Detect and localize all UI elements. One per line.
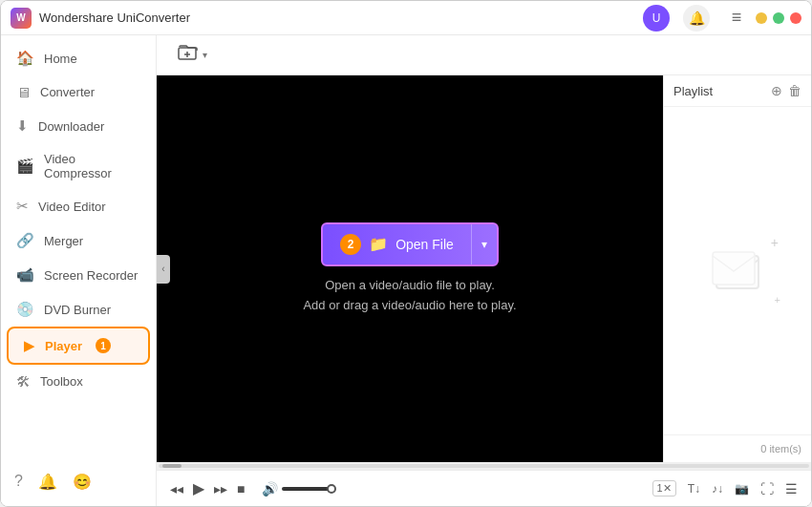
video-hint-line2: Add or drag a video/audio here to play.: [303, 296, 516, 316]
sidebar-item-label: Video Compressor: [44, 152, 140, 180]
sidebar-item-merger[interactable]: 🔗 Merger: [1, 223, 156, 258]
sidebar-item-label: Converter: [40, 85, 95, 99]
app-window: W Wondershare UniConverter U 🔔 ≡ 🏠 Home: [0, 0, 812, 507]
collapse-panel-arrow[interactable]: ‹: [157, 255, 170, 284]
volume-slider[interactable]: [282, 487, 334, 491]
sidebar-item-player[interactable]: ▶ Player 1: [7, 327, 150, 365]
stop-button[interactable]: ■: [237, 481, 245, 496]
screenshot-button[interactable]: 📷: [735, 482, 749, 496]
toolbox-icon: 🛠: [16, 373, 31, 390]
notification-footer-icon[interactable]: 🔔: [38, 473, 57, 491]
app-title: Wondershare UniConverter: [39, 11, 643, 25]
downloader-icon: ⬇: [16, 117, 29, 135]
menu-icon[interactable]: ≡: [723, 5, 750, 32]
next-button[interactable]: ▸▸: [214, 481, 227, 496]
playlist-content: + +: [664, 107, 811, 434]
sidebar-item-label: Downloader: [38, 119, 104, 134]
playlist-toggle-button[interactable]: ☰: [785, 481, 798, 496]
open-file-folder-icon: 📁: [369, 235, 388, 253]
fullscreen-button[interactable]: ⛶: [760, 481, 774, 496]
sidebar-item-label: DVD Burner: [44, 303, 111, 317]
sidebar-item-converter[interactable]: 🖥 Converter: [1, 75, 156, 109]
playlist-item-count: 0 item(s): [664, 434, 811, 462]
main-layout: 🏠 Home 🖥 Converter ⬇ Downloader 🎬 Video …: [1, 35, 811, 506]
playlist-header: Playlist ⊕ 🗑: [664, 75, 811, 107]
dvd-burner-icon: 💿: [16, 301, 34, 318]
sidebar-item-screen-recorder[interactable]: 📹 Screen Recorder: [1, 258, 156, 292]
minimize-button[interactable]: [756, 12, 767, 24]
toolbar: ▾: [157, 35, 811, 75]
video-compressor-icon: 🎬: [16, 158, 34, 175]
maximize-button[interactable]: [773, 12, 784, 24]
video-hint: Open a video/audio file to play. Add or …: [303, 276, 516, 316]
sidebar-item-dvd-burner[interactable]: 💿 DVD Burner: [1, 292, 156, 327]
volume-thumb: [327, 484, 336, 494]
open-file-label: Open File: [395, 237, 454, 252]
feedback-icon[interactable]: 😊: [73, 473, 92, 491]
title-bar: W Wondershare UniConverter U 🔔 ≡: [1, 1, 811, 35]
title-bar-icons: U 🔔 ≡: [643, 5, 750, 32]
home-icon: 🏠: [16, 50, 34, 67]
volume-area: 🔊: [262, 481, 334, 496]
playlist-title: Playlist: [673, 84, 713, 98]
content-area: ▾ ‹ 2 📁 Open File: [157, 35, 811, 506]
audio-button[interactable]: ♪↓: [712, 482, 723, 496]
sidebar-item-video-editor[interactable]: ✂ Video Editor: [1, 189, 156, 223]
plus-icon-tr: +: [771, 235, 779, 250]
avatar-icon[interactable]: U: [643, 5, 670, 32]
right-controls: 1✕ T↓ ♪↓ 📷 ⛶ ☰: [652, 480, 798, 496]
playlist-actions: ⊕ 🗑: [771, 83, 801, 98]
player-icon: ▶: [24, 337, 35, 354]
scrollbar-area[interactable]: [157, 462, 811, 470]
video-center-content: 2 📁 Open File ▾ Open a video/audio file …: [303, 222, 516, 316]
speed-button[interactable]: 1✕: [652, 480, 676, 496]
open-file-badge: 2: [340, 234, 361, 255]
video-playlist-area: ‹ 2 📁 Open File ▾: [157, 75, 811, 462]
sidebar-item-label: Toolbox: [40, 374, 83, 389]
play-button[interactable]: ▶: [193, 479, 204, 497]
sidebar-item-label: Merger: [44, 234, 83, 248]
sidebar-item-toolbox[interactable]: 🛠 Toolbox: [1, 365, 156, 398]
playlist-add-icon[interactable]: ⊕: [771, 83, 782, 98]
svg-rect-4: [713, 252, 755, 285]
sidebar-item-label: Player: [45, 339, 82, 353]
playlist-delete-icon[interactable]: 🗑: [788, 83, 801, 98]
sidebar-footer: ? 🔔 😊: [1, 463, 156, 500]
sidebar-item-label: Home: [44, 52, 77, 66]
player-controls: ◂◂ ▶ ▸▸ ■ 🔊 1✕ T↓ ♪↓ 📷 ⛶ ☰: [157, 470, 811, 506]
sidebar-item-label: Video Editor: [38, 200, 106, 214]
add-file-icon: [178, 43, 199, 67]
sidebar-item-home[interactable]: 🏠 Home: [1, 41, 156, 75]
playlist-panel: Playlist ⊕ 🗑 + +: [663, 75, 811, 462]
merger-icon: 🔗: [16, 232, 34, 249]
sidebar-item-downloader[interactable]: ⬇ Downloader: [1, 109, 156, 143]
video-panel: ‹ 2 📁 Open File ▾: [157, 75, 663, 462]
screen-recorder-icon: 📹: [16, 266, 34, 284]
close-button[interactable]: [790, 12, 801, 24]
video-editor-icon: ✂: [16, 198, 29, 215]
help-icon[interactable]: ?: [14, 473, 23, 491]
prev-button[interactable]: ◂◂: [170, 481, 183, 496]
converter-icon: 🖥: [16, 84, 31, 100]
player-badge: 1: [96, 338, 111, 353]
volume-icon[interactable]: 🔊: [262, 481, 278, 496]
playlist-empty-illustration: + +: [694, 233, 780, 309]
sidebar-item-video-compressor[interactable]: 🎬 Video Compressor: [1, 143, 156, 189]
window-controls: [756, 12, 801, 24]
plus-icon-br: +: [775, 294, 780, 306]
sidebar: 🏠 Home 🖥 Converter ⬇ Downloader 🎬 Video …: [1, 35, 157, 506]
video-hint-line1: Open a video/audio file to play.: [303, 276, 516, 296]
scrollbar-thumb[interactable]: [162, 464, 182, 468]
open-file-button[interactable]: 2 📁 Open File ▾: [321, 222, 499, 266]
subtitle-button[interactable]: T↓: [688, 482, 700, 496]
app-logo: W: [11, 8, 32, 29]
notification-icon[interactable]: 🔔: [683, 5, 710, 32]
add-file-arrow: ▾: [203, 50, 207, 60]
open-file-arrow[interactable]: ▾: [472, 228, 497, 261]
add-file-button[interactable]: ▾: [170, 39, 215, 71]
scrollbar-track[interactable]: [159, 464, 809, 468]
sidebar-item-label: Screen Recorder: [44, 268, 138, 283]
